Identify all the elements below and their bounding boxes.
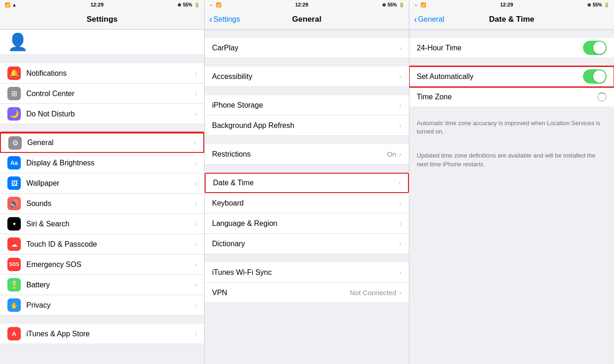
status-left: 📶 ▲ [5,2,17,7]
right-panel: ← 📶 12:29 ⊕ 55% 🔋 ‹ General Date & Time … [409,0,614,364]
timezone-spinner [597,92,607,102]
itunes-icon: A [7,327,21,340]
sidebar-item-battery[interactable]: 🔋 Battery › [0,275,204,295]
middle-settings-list: CarPlay › Accessibility › iPhone Storage… [205,30,409,364]
right-nav-title: Date & Time [489,15,535,24]
middle-item-language[interactable]: Language & Region › [205,213,409,234]
chevron-touchid: › [195,240,197,249]
middle-item-restrictions[interactable]: Restrictions On › [205,144,409,164]
chevron-disturb: › [195,110,197,118]
right-settings-list: 24-Hour Time Set Automatically Time Zone [409,30,614,364]
sidebar-item-privacy[interactable]: ✋ Privacy › [0,295,204,315]
time-middle: 12:29 [295,2,308,7]
notifications-label: Notifications [26,69,195,78]
back-to-settings-button[interactable]: ‹ Settings [209,15,240,24]
background-label: Background App Refresh [212,121,399,130]
sidebar-item-general[interactable]: ⚙ General › [0,133,204,153]
middle-item-accessibility[interactable]: Accessibility › [205,67,409,87]
chevron-display: › [195,159,197,167]
sidebar-item-control-center[interactable]: ⊞ Control Center › [0,84,204,104]
sidebar-item-notifications[interactable]: 🔔 Notifications › [0,63,204,84]
battery-right: 55% [593,2,602,7]
siri-icon: ✦ [7,217,21,231]
battery-label: Battery [26,281,195,289]
left-nav-title: Settings [86,15,117,24]
itunes-sync-label: iTunes Wi-Fi Sync [212,268,399,277]
general-icon: ⚙ [8,136,22,150]
sidebar-item-touchid[interactable]: ☁ Touch ID & Passcode › [0,234,204,255]
right-item-timezone[interactable]: Time Zone [409,87,614,107]
middle-item-vpn[interactable]: VPN Not Connected › [205,283,409,303]
vpn-label: VPN [212,289,350,297]
chevron-general: › [194,139,196,147]
battery-icon: 🔋 [7,278,21,291]
sos-icon: SOS [7,258,21,271]
siri-label: Siri & Search [26,220,195,228]
back-icon-right: ← [414,2,419,7]
itunes-label: iTunes & App Store [26,330,195,338]
right-item-set-auto[interactable]: Set Automatically [409,67,614,87]
24hour-knob [593,42,606,54]
back-to-general-button[interactable]: ‹ General [414,15,444,24]
middle-item-itunes-sync[interactable]: iTunes Wi-Fi Sync › [205,262,409,283]
battery-icon-left: 🔋 [194,2,200,7]
sidebar-item-siri[interactable]: ✦ Siri & Search › [0,214,204,234]
carplay-label: CarPlay [212,44,399,52]
middle-item-iphone-storage[interactable]: iPhone Storage › [205,95,409,115]
sidebar-item-itunes[interactable]: A iTunes & App Store › [0,324,204,344]
wifi-mid: 📶 [216,2,221,7]
chevron-restrictions: › [399,150,401,158]
chevron-keyboard: › [399,199,401,207]
set-auto-label: Set Automatically [417,73,583,81]
gap3 [0,315,204,324]
sidebar-item-do-not-disturb[interactable]: 🌙 Do Not Disturb › [0,104,204,124]
battery-label-left: 55% [183,2,192,7]
middle-item-carplay[interactable]: CarPlay › [205,38,409,58]
middle-item-dictionary[interactable]: Dictionary › [205,234,409,254]
middle-item-keyboard[interactable]: Keyboard › [205,193,409,213]
set-auto-toggle[interactable] [583,69,607,84]
chevron-carplay: › [399,44,401,52]
location-mid: ⊕ [382,2,386,7]
chevron-itunes: › [195,330,197,338]
chevron-sos: › [195,261,197,269]
sidebar-item-sos[interactable]: SOS Emergency SOS › [0,255,204,275]
middle-item-date-time[interactable]: Date & Time › [205,173,409,193]
left-settings-list: 🔔 Notifications › ⊞ Control Center › 🌙 D… [0,55,204,364]
status-right-right: ⊕ 55% 🔋 [587,2,609,7]
24hour-toggle[interactable] [583,41,607,55]
chevron-privacy: › [195,301,197,309]
wifi-right: 📶 [420,2,426,7]
status-left-right: ← 📶 [414,2,426,7]
status-right-mid: ⊕ 55% 🔋 [382,2,404,7]
privacy-icon: ✋ [7,298,21,312]
status-bar-right: ← 📶 12:29 ⊕ 55% 🔋 [409,0,614,9]
chevron-background: › [399,121,401,130]
control-center-label: Control Center [26,90,195,98]
right-info-1: Automatic time zone accuracy is improved… [409,115,614,140]
vpn-value: Not Connected [350,289,396,297]
battery-icon-right: 🔋 [604,2,609,7]
sounds-label: Sounds [26,200,195,208]
right-gap1 [409,30,614,38]
sidebar-item-display[interactable]: Aa Display & Brightness › [0,153,204,173]
control-center-icon: ⊞ [7,87,21,100]
chevron-dictionary: › [399,240,401,248]
sidebar-item-sounds[interactable]: 🔊 Sounds › [0,194,204,214]
display-icon: Aa [7,156,21,170]
status-bar-left: 📶 ▲ 12:29 ⊕ 55% 🔋 [0,0,204,9]
mid-gap5 [205,164,409,173]
chevron-sounds: › [195,200,197,208]
wallpaper-icon: 🖼 [7,176,21,190]
sidebar-item-wallpaper[interactable]: 🖼 Wallpaper › [0,173,204,194]
24hour-label: 24-Hour Time [417,44,583,52]
middle-item-background[interactable]: Background App Refresh › [205,115,409,136]
status-left-mid: ← 📶 [209,2,221,7]
left-panel: 📶 ▲ 12:29 ⊕ 55% 🔋 Settings 👤 🔔 Notificat… [0,0,205,364]
right-info-2: Updated time zone definitions are availa… [409,148,614,172]
do-not-disturb-icon: 🌙 [7,107,21,121]
back-label-right: General [418,15,444,24]
gap1 [0,55,204,63]
right-gap2 [409,58,614,67]
right-item-24hour[interactable]: 24-Hour Time [409,38,614,58]
